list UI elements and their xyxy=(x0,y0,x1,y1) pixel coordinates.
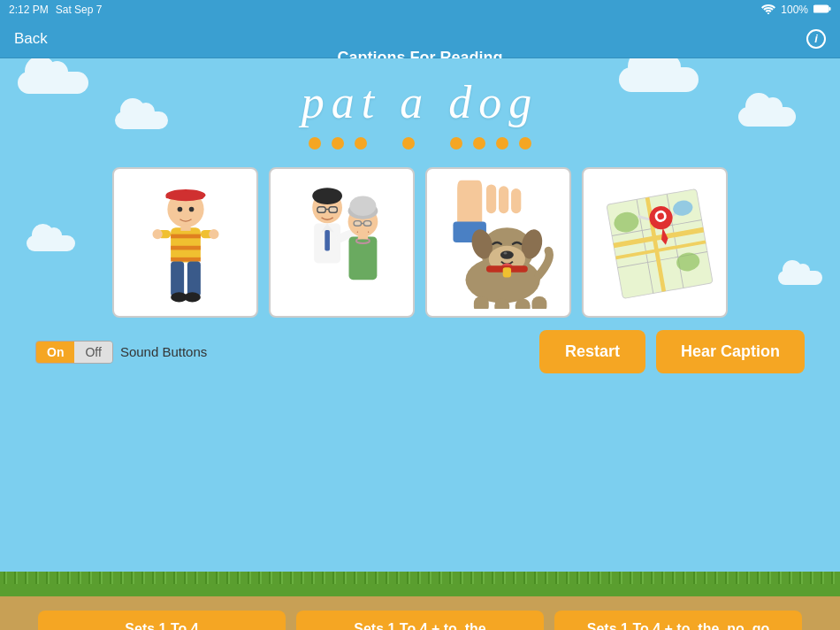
back-button[interactable]: Back xyxy=(14,30,48,48)
cloud-1 xyxy=(18,72,88,94)
svg-rect-28 xyxy=(325,230,330,250)
svg-rect-12 xyxy=(171,257,201,262)
card-map[interactable] xyxy=(582,167,728,318)
controls-row: On Off Sound Buttons Restart Hear Captio… xyxy=(0,318,840,373)
svg-rect-6 xyxy=(165,195,171,199)
svg-rect-2 xyxy=(829,7,831,11)
card-couple[interactable] xyxy=(269,167,415,318)
svg-rect-5 xyxy=(167,193,203,200)
svg-rect-51 xyxy=(502,267,510,277)
cloud-6 xyxy=(778,271,822,285)
sound-buttons-label: Sound Buttons xyxy=(120,344,207,359)
hear-caption-button[interactable]: Hear Caption xyxy=(656,330,805,373)
sets-1-to-4-full-button[interactable]: Sets 1 To 4 + to, the, no, go xyxy=(554,611,802,630)
sets-1-to-4-plus-button[interactable]: Sets 1 To 4 + to, the xyxy=(296,611,544,630)
svg-rect-37 xyxy=(357,231,367,239)
dot-6 xyxy=(473,137,485,150)
dot-4 xyxy=(402,137,415,150)
svg-rect-18 xyxy=(171,262,184,296)
card-dog[interactable] xyxy=(425,167,571,318)
status-bar: 2:12 PM Sat Sep 7 100% xyxy=(0,0,840,19)
svg-rect-10 xyxy=(171,234,201,239)
svg-point-31 xyxy=(349,196,376,217)
sound-toggle: On Off Sound Buttons xyxy=(35,341,207,364)
cloud-4 xyxy=(738,107,796,127)
dot-5 xyxy=(450,137,462,150)
svg-rect-24 xyxy=(317,207,325,213)
svg-rect-19 xyxy=(187,262,200,296)
dot-7 xyxy=(496,137,508,150)
grass-strip xyxy=(0,572,840,596)
svg-rect-52 xyxy=(473,296,488,309)
nav-bar: Back Captions For Reading i xyxy=(0,19,840,58)
ground-area: Sets 1 To 4 Sets 1 To 4 + to, the Sets 1… xyxy=(0,572,840,630)
svg-rect-32 xyxy=(354,221,361,227)
toggle-off-button[interactable]: Off xyxy=(74,342,111,363)
dot-3 xyxy=(355,137,367,150)
restart-button[interactable]: Restart xyxy=(539,330,645,373)
toggle-on-button[interactable]: On xyxy=(36,342,74,363)
svg-rect-40 xyxy=(511,188,521,213)
wifi-icon xyxy=(761,4,775,17)
image-cards xyxy=(0,167,840,318)
svg-rect-11 xyxy=(171,246,201,250)
battery-percentage: 100% xyxy=(781,4,808,16)
cloud-2 xyxy=(115,111,168,129)
battery-icon xyxy=(813,4,831,16)
svg-rect-55 xyxy=(531,296,546,309)
dot-8 xyxy=(519,137,531,150)
svg-point-21 xyxy=(184,292,201,302)
svg-rect-39 xyxy=(499,186,508,213)
cloud-5 xyxy=(27,235,75,251)
cloud-3 xyxy=(619,67,699,92)
svg-point-47 xyxy=(500,250,513,258)
svg-rect-1 xyxy=(813,5,829,12)
dots-row xyxy=(0,137,840,150)
svg-point-8 xyxy=(188,207,194,212)
svg-point-48 xyxy=(503,252,507,255)
card-boy[interactable] xyxy=(112,167,258,318)
svg-point-17 xyxy=(209,229,218,239)
status-time: 2:12 PM xyxy=(9,4,49,16)
svg-rect-33 xyxy=(363,221,370,227)
toggle-buttons[interactable]: On Off xyxy=(35,341,113,364)
svg-point-7 xyxy=(177,207,182,212)
dot-2 xyxy=(332,137,344,150)
svg-point-16 xyxy=(152,229,162,239)
svg-point-0 xyxy=(767,12,769,14)
svg-rect-9 xyxy=(171,227,201,262)
info-button[interactable]: i xyxy=(806,29,826,49)
svg-rect-13 xyxy=(180,224,190,231)
svg-point-23 xyxy=(312,188,342,204)
dot-1 xyxy=(309,137,321,150)
svg-rect-25 xyxy=(329,207,337,213)
bottom-buttons: Sets 1 To 4 Sets 1 To 4 + to, the Sets 1… xyxy=(0,596,840,630)
action-buttons: Restart Hear Caption xyxy=(539,330,805,373)
svg-rect-38 xyxy=(485,184,495,213)
main-content: pat a dog xyxy=(0,58,840,572)
status-day: Sat Sep 7 xyxy=(56,4,103,16)
sets-1-to-4-button[interactable]: Sets 1 To 4 xyxy=(38,611,286,630)
